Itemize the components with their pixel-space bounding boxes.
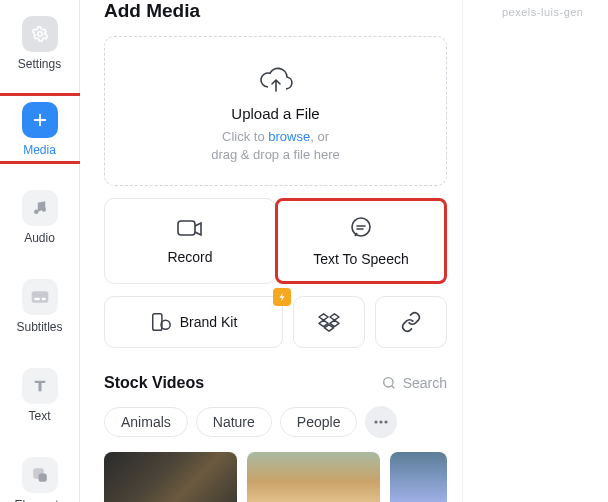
text-icon (22, 368, 58, 404)
search-icon (381, 375, 397, 391)
sidebar-item-text[interactable]: Text (5, 360, 75, 427)
stock-thumb[interactable] (104, 452, 237, 502)
sidebar-item-media[interactable]: Media (5, 98, 75, 159)
dropbox-button[interactable] (293, 296, 365, 348)
search-button[interactable]: Search (381, 375, 447, 391)
sidebar-item-label: Elements (14, 498, 64, 502)
svg-point-1 (34, 210, 39, 215)
sidebar-active-highlight: Media (0, 93, 84, 164)
sidebar: Settings Media Audio Subtitles Text Elem… (0, 0, 80, 502)
camera-icon (176, 217, 204, 239)
pill-animals[interactable]: Animals (104, 407, 188, 437)
link-icon (400, 311, 422, 333)
stock-thumb[interactable] (390, 452, 447, 502)
link-button[interactable] (375, 296, 447, 348)
stock-title: Stock Videos (104, 374, 204, 392)
plus-icon (22, 102, 58, 138)
sidebar-item-label: Text (28, 409, 50, 423)
sidebar-item-elements[interactable]: Elements (5, 449, 75, 502)
svg-rect-5 (41, 298, 45, 301)
record-label: Record (167, 249, 212, 265)
speech-bubble-icon (348, 215, 374, 241)
upload-dropzone[interactable]: Upload a File Click to browse, or drag &… (104, 36, 447, 186)
dots-icon (374, 420, 388, 424)
svg-point-2 (41, 207, 46, 212)
subtitles-icon (22, 279, 58, 315)
svg-rect-3 (31, 291, 48, 303)
more-pills-button[interactable] (365, 406, 397, 438)
sidebar-item-label: Settings (18, 57, 61, 71)
main-panel: Add Media Upload a File Click to browse,… (80, 0, 465, 502)
sidebar-item-label: Media (23, 143, 56, 157)
stock-thumb[interactable] (247, 452, 380, 502)
search-label: Search (403, 375, 447, 391)
svg-point-13 (383, 378, 392, 387)
svg-point-14 (375, 420, 378, 423)
svg-point-15 (380, 420, 383, 423)
gear-icon (22, 16, 58, 52)
browse-link[interactable]: browse (268, 129, 310, 144)
cloud-upload-icon (115, 65, 436, 95)
tts-highlight (275, 198, 447, 284)
right-panel-text: pexels-luis-gen (474, 6, 608, 18)
stock-header: Stock Videos Search (104, 374, 447, 392)
brand-kit-icon (150, 311, 172, 333)
stock-thumbnails (104, 452, 447, 502)
upload-hint: Click to browse, or drag & drop a file h… (115, 128, 436, 163)
right-panel: pexels-luis-gen (474, 0, 608, 502)
svg-point-10 (352, 218, 370, 236)
lightning-badge-icon (273, 288, 291, 306)
page-title: Add Media (104, 0, 447, 22)
sidebar-item-label: Subtitles (16, 320, 62, 334)
elements-icon (22, 457, 58, 493)
svg-point-16 (385, 420, 388, 423)
sidebar-item-label: Audio (24, 231, 55, 245)
sidebar-item-settings[interactable]: Settings (5, 8, 75, 75)
sidebar-item-audio[interactable]: Audio (5, 182, 75, 249)
sidebar-item-subtitles[interactable]: Subtitles (5, 271, 75, 338)
tts-label: Text To Speech (313, 251, 408, 267)
panel-divider[interactable] (462, 0, 474, 502)
brand-kit-button[interactable]: Brand Kit (104, 296, 283, 348)
pill-people[interactable]: People (280, 407, 358, 437)
music-note-icon (22, 190, 58, 226)
svg-rect-9 (178, 221, 195, 235)
pill-nature[interactable]: Nature (196, 407, 272, 437)
svg-rect-7 (38, 474, 46, 482)
media-options-row: Record Text To Speech (104, 198, 447, 284)
category-pills: Animals Nature People (104, 406, 447, 438)
brand-kit-label: Brand Kit (180, 314, 238, 330)
dropbox-icon (318, 312, 340, 332)
svg-point-0 (37, 32, 42, 37)
record-button[interactable]: Record (104, 198, 276, 284)
extras-row: Brand Kit (104, 296, 447, 348)
svg-rect-11 (152, 314, 161, 331)
upload-title: Upload a File (115, 105, 436, 122)
text-to-speech-button[interactable]: Text To Speech (275, 198, 447, 284)
svg-rect-4 (34, 298, 40, 301)
